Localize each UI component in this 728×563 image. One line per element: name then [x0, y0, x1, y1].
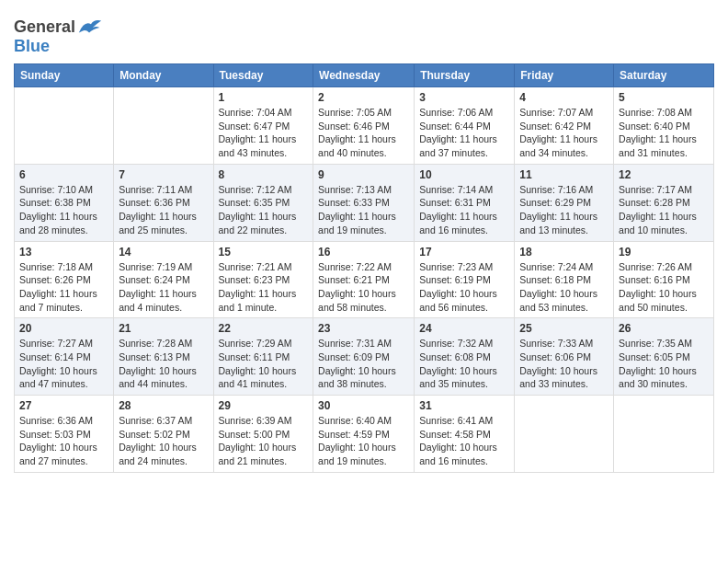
- day-info: Sunrise: 7:27 AM Sunset: 6:14 PM Dayligh…: [19, 337, 108, 391]
- day-number: 1: [219, 91, 309, 104]
- calendar-cell: 2Sunrise: 7:05 AM Sunset: 6:46 PM Daylig…: [313, 87, 415, 165]
- calendar-cell: 12Sunrise: 7:17 AM Sunset: 6:28 PM Dayli…: [614, 164, 714, 241]
- calendar-cell: 29Sunrise: 6:39 AM Sunset: 5:00 PM Dayli…: [213, 396, 313, 473]
- day-info: Sunrise: 7:08 AM Sunset: 6:40 PM Dayligh…: [619, 106, 709, 160]
- day-number: 27: [19, 399, 108, 412]
- calendar-cell: 26Sunrise: 7:35 AM Sunset: 6:05 PM Dayli…: [614, 318, 714, 396]
- calendar-week-row: 1Sunrise: 7:04 AM Sunset: 6:47 PM Daylig…: [15, 87, 714, 165]
- day-header-tuesday: Tuesday: [213, 64, 313, 87]
- day-header-friday: Friday: [515, 64, 614, 87]
- day-number: 30: [318, 399, 409, 412]
- calendar-week-row: 20Sunrise: 7:27 AM Sunset: 6:14 PM Dayli…: [15, 318, 714, 396]
- day-header-monday: Monday: [114, 64, 213, 87]
- calendar-cell: 11Sunrise: 7:16 AM Sunset: 6:29 PM Dayli…: [515, 164, 614, 241]
- calendar-week-row: 6Sunrise: 7:10 AM Sunset: 6:38 PM Daylig…: [15, 164, 714, 241]
- calendar-cell: 7Sunrise: 7:11 AM Sunset: 6:36 PM Daylig…: [114, 164, 213, 241]
- day-number: 21: [119, 322, 208, 335]
- day-number: 14: [119, 246, 208, 259]
- day-number: 7: [119, 168, 208, 181]
- day-info: Sunrise: 7:13 AM Sunset: 6:33 PM Dayligh…: [318, 183, 409, 237]
- day-info: Sunrise: 7:17 AM Sunset: 6:28 PM Dayligh…: [619, 183, 709, 237]
- calendar-cell: 1Sunrise: 7:04 AM Sunset: 6:47 PM Daylig…: [213, 87, 313, 165]
- day-info: Sunrise: 7:19 AM Sunset: 6:24 PM Dayligh…: [119, 260, 208, 315]
- day-number: 29: [219, 399, 309, 412]
- day-number: 28: [119, 399, 208, 412]
- day-info: Sunrise: 7:14 AM Sunset: 6:31 PM Dayligh…: [419, 183, 509, 237]
- calendar-cell: 20Sunrise: 7:27 AM Sunset: 6:14 PM Dayli…: [15, 318, 114, 396]
- day-number: 12: [619, 168, 709, 181]
- day-number: 5: [619, 91, 709, 104]
- page-header: General Blue: [14, 9, 714, 56]
- calendar-cell: 19Sunrise: 7:26 AM Sunset: 6:16 PM Dayli…: [614, 241, 714, 318]
- calendar-cell: 10Sunrise: 7:14 AM Sunset: 6:31 PM Dayli…: [415, 164, 515, 241]
- day-info: Sunrise: 7:23 AM Sunset: 6:19 PM Dayligh…: [419, 260, 509, 315]
- day-number: 17: [419, 246, 509, 259]
- calendar-week-row: 27Sunrise: 6:36 AM Sunset: 5:03 PM Dayli…: [15, 396, 714, 473]
- calendar-cell: 21Sunrise: 7:28 AM Sunset: 6:13 PM Dayli…: [114, 318, 213, 396]
- calendar-header-row: SundayMondayTuesdayWednesdayThursdayFrid…: [15, 64, 714, 87]
- calendar-cell: 31Sunrise: 6:41 AM Sunset: 4:58 PM Dayli…: [415, 396, 515, 473]
- day-info: Sunrise: 7:31 AM Sunset: 6:09 PM Dayligh…: [318, 337, 409, 391]
- calendar-cell: 5Sunrise: 7:08 AM Sunset: 6:40 PM Daylig…: [614, 87, 714, 165]
- day-number: 20: [19, 322, 108, 335]
- calendar-cell: 27Sunrise: 6:36 AM Sunset: 5:03 PM Dayli…: [15, 396, 114, 473]
- day-info: Sunrise: 7:35 AM Sunset: 6:05 PM Dayligh…: [619, 337, 709, 391]
- calendar-week-row: 13Sunrise: 7:18 AM Sunset: 6:26 PM Dayli…: [15, 241, 714, 318]
- day-info: Sunrise: 7:10 AM Sunset: 6:38 PM Dayligh…: [19, 183, 108, 237]
- day-info: Sunrise: 7:33 AM Sunset: 6:06 PM Dayligh…: [519, 337, 609, 391]
- day-info: Sunrise: 7:11 AM Sunset: 6:36 PM Dayligh…: [119, 183, 208, 237]
- day-info: Sunrise: 7:06 AM Sunset: 6:44 PM Dayligh…: [419, 106, 509, 160]
- day-number: 23: [318, 322, 409, 335]
- day-info: Sunrise: 6:39 AM Sunset: 5:00 PM Dayligh…: [219, 414, 309, 468]
- day-header-thursday: Thursday: [415, 64, 515, 87]
- calendar-cell: 9Sunrise: 7:13 AM Sunset: 6:33 PM Daylig…: [313, 164, 415, 241]
- day-number: 31: [419, 399, 509, 412]
- day-info: Sunrise: 7:24 AM Sunset: 6:18 PM Dayligh…: [519, 260, 609, 315]
- logo: General Blue: [14, 17, 103, 56]
- day-number: 19: [619, 246, 709, 259]
- day-info: Sunrise: 7:18 AM Sunset: 6:26 PM Dayligh…: [19, 260, 108, 315]
- day-number: 18: [519, 246, 609, 259]
- calendar-cell: 4Sunrise: 7:07 AM Sunset: 6:42 PM Daylig…: [515, 87, 614, 165]
- day-number: 9: [318, 168, 409, 181]
- day-header-wednesday: Wednesday: [313, 64, 415, 87]
- day-info: Sunrise: 6:37 AM Sunset: 5:02 PM Dayligh…: [119, 414, 208, 468]
- day-number: 6: [19, 168, 108, 181]
- day-number: 26: [619, 322, 709, 335]
- day-number: 24: [419, 322, 509, 335]
- day-info: Sunrise: 7:22 AM Sunset: 6:21 PM Dayligh…: [318, 260, 409, 315]
- calendar-cell: 14Sunrise: 7:19 AM Sunset: 6:24 PM Dayli…: [114, 241, 213, 318]
- day-info: Sunrise: 7:04 AM Sunset: 6:47 PM Dayligh…: [219, 106, 309, 160]
- day-info: Sunrise: 7:29 AM Sunset: 6:11 PM Dayligh…: [219, 337, 309, 391]
- day-number: 13: [19, 246, 108, 259]
- calendar-cell: [15, 87, 114, 165]
- day-info: Sunrise: 6:41 AM Sunset: 4:58 PM Dayligh…: [419, 414, 509, 468]
- calendar-cell: 6Sunrise: 7:10 AM Sunset: 6:38 PM Daylig…: [15, 164, 114, 241]
- day-info: Sunrise: 7:21 AM Sunset: 6:23 PM Dayligh…: [219, 260, 309, 315]
- day-info: Sunrise: 6:40 AM Sunset: 4:59 PM Dayligh…: [318, 414, 409, 468]
- calendar-cell: [114, 87, 213, 165]
- calendar-cell: 16Sunrise: 7:22 AM Sunset: 6:21 PM Dayli…: [313, 241, 415, 318]
- day-number: 16: [318, 246, 409, 259]
- calendar-cell: 13Sunrise: 7:18 AM Sunset: 6:26 PM Dayli…: [15, 241, 114, 318]
- calendar-cell: [515, 396, 614, 473]
- calendar-cell: 28Sunrise: 6:37 AM Sunset: 5:02 PM Dayli…: [114, 396, 213, 473]
- calendar-cell: 17Sunrise: 7:23 AM Sunset: 6:19 PM Dayli…: [415, 241, 515, 318]
- day-info: Sunrise: 7:16 AM Sunset: 6:29 PM Dayligh…: [519, 183, 609, 237]
- day-number: 8: [219, 168, 309, 181]
- day-number: 22: [219, 322, 309, 335]
- day-number: 11: [519, 168, 609, 181]
- calendar-table: SundayMondayTuesdayWednesdayThursdayFrid…: [14, 63, 714, 473]
- day-info: Sunrise: 7:26 AM Sunset: 6:16 PM Dayligh…: [619, 260, 709, 315]
- calendar-cell: 24Sunrise: 7:32 AM Sunset: 6:08 PM Dayli…: [415, 318, 515, 396]
- day-info: Sunrise: 7:07 AM Sunset: 6:42 PM Dayligh…: [519, 106, 609, 160]
- day-number: 3: [419, 91, 509, 104]
- day-info: Sunrise: 7:32 AM Sunset: 6:08 PM Dayligh…: [419, 337, 509, 391]
- day-number: 15: [219, 246, 309, 259]
- day-number: 2: [318, 91, 409, 104]
- day-header-saturday: Saturday: [614, 64, 714, 87]
- day-number: 10: [419, 168, 509, 181]
- day-number: 4: [519, 91, 609, 104]
- day-info: Sunrise: 7:12 AM Sunset: 6:35 PM Dayligh…: [219, 183, 309, 237]
- calendar-cell: 3Sunrise: 7:06 AM Sunset: 6:44 PM Daylig…: [415, 87, 515, 165]
